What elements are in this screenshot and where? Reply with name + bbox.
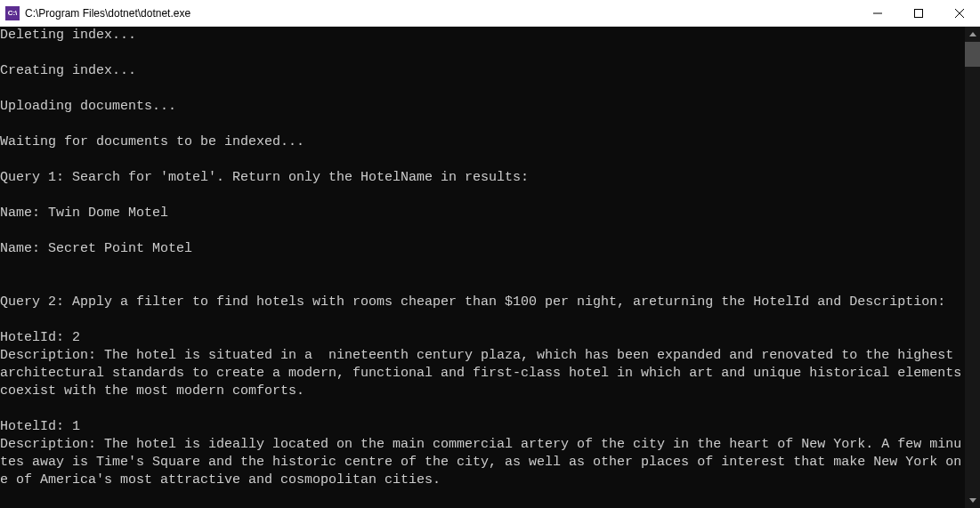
- scroll-down-arrow[interactable]: [965, 493, 980, 508]
- scroll-up-arrow[interactable]: [965, 27, 980, 42]
- console-area: Deleting index... Creating index... Uplo…: [0, 27, 980, 508]
- window-title: C:\Program Files\dotnet\dotnet.exe: [25, 7, 190, 20]
- close-button[interactable]: [939, 0, 980, 26]
- maximize-button[interactable]: [898, 0, 939, 26]
- vertical-scrollbar[interactable]: [965, 27, 980, 508]
- minimize-button[interactable]: [857, 0, 898, 26]
- svg-rect-1: [915, 9, 923, 17]
- titlebar-left: C:\ C:\Program Files\dotnet\dotnet.exe: [5, 6, 190, 20]
- chevron-up-icon: [969, 32, 976, 36]
- close-icon: [955, 9, 964, 18]
- scroll-thumb[interactable]: [965, 42, 980, 67]
- minimize-icon: [873, 9, 882, 18]
- app-icon: C:\: [5, 6, 20, 20]
- maximize-icon: [914, 9, 923, 18]
- window-titlebar[interactable]: C:\ C:\Program Files\dotnet\dotnet.exe: [0, 0, 980, 27]
- chevron-down-icon: [969, 498, 976, 503]
- window-controls: [857, 0, 980, 26]
- console-output[interactable]: Deleting index... Creating index... Uplo…: [0, 27, 965, 508]
